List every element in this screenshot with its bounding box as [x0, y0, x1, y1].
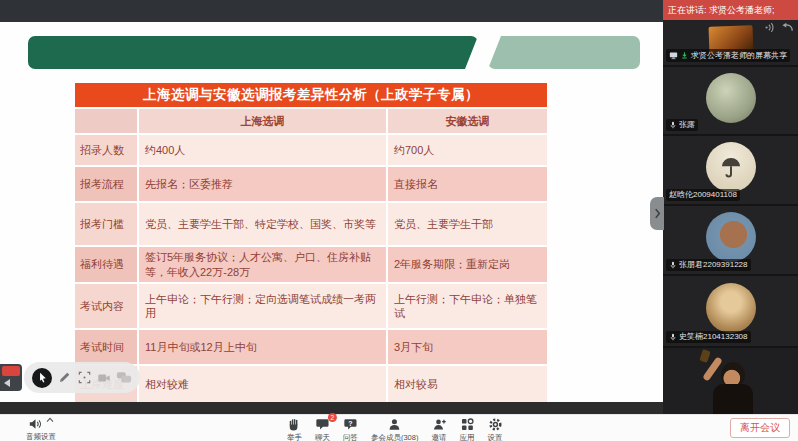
- row-label: 报考门槛: [75, 203, 137, 245]
- umbrella-icon: [718, 154, 744, 180]
- apps-icon: [459, 417, 474, 432]
- screen-share-view: 上海选调与安徽选调报考差异性分析（上政学子专属） 上海选调 安徽选调 招录人数 …: [0, 0, 663, 414]
- slide-decorative-banner: [28, 36, 642, 69]
- caret-up-icon[interactable]: [46, 417, 54, 423]
- qa-icon: ?: [343, 417, 358, 432]
- annotation-collapse-button[interactable]: [0, 364, 22, 391]
- chat-button[interactable]: 2 聊天: [315, 417, 330, 441]
- qa-button[interactable]: ? 问答: [343, 417, 358, 441]
- tile-label: 赵晗伦2009401108: [666, 189, 740, 201]
- pencil-icon[interactable]: [57, 370, 72, 385]
- meeting-app-window: 上海选调与安徽选调报考差异性分析（上政学子专属） 上海选调 安徽选调 招录人数 …: [0, 0, 798, 441]
- row-label: 报考流程: [75, 167, 137, 201]
- tile-label: 史笑楠2104132308: [666, 331, 751, 343]
- share-down-arrow-icon: [680, 51, 689, 60]
- volume-wave-icon: [764, 22, 777, 33]
- avatar: [706, 142, 756, 192]
- table-cell: 2年服务期限；重新定岗: [388, 247, 547, 282]
- table-cell: 11月中旬或12月上中旬: [139, 330, 386, 364]
- cursor-icon: [36, 371, 49, 384]
- column-header-anhui: 安徽选调: [388, 109, 547, 133]
- tile-screen-share[interactable]: 求贤公考潘老师的屏幕共享: [663, 20, 798, 65]
- cursor-tool-button[interactable]: [32, 368, 52, 388]
- chevron-right-icon: [654, 208, 661, 219]
- mic-icon: [669, 261, 677, 269]
- mic-icon: [669, 121, 677, 129]
- sidebar-collapse-handle[interactable]: [650, 197, 664, 230]
- participants-sidebar: 正在讲话: 求贤公考潘老师;: [663, 0, 798, 414]
- shared-screen-top-strip: [0, 0, 663, 22]
- popout-arrow-icon[interactable]: [781, 22, 794, 33]
- invite-icon: [431, 417, 446, 432]
- comparison-table: 上海选调 安徽选调 招录人数 约400人 约700人 报考流程 先报名；区委推荐…: [75, 109, 547, 402]
- table-cell: 约400人: [139, 135, 386, 165]
- invite-button[interactable]: 邀请: [431, 417, 446, 441]
- table-cell: 直接报名: [388, 167, 547, 201]
- table-corner-cell: [75, 109, 137, 133]
- tile-participant[interactable]: 史笑楠2104132308: [663, 276, 798, 346]
- shared-slide: 上海选调与安徽选调报考差异性分析（上政学子专属） 上海选调 安徽选调 招录人数 …: [0, 22, 663, 402]
- tile-label-screen-share: 求贤公考潘老师的屏幕共享: [666, 49, 790, 62]
- row-label: 考试内容: [75, 284, 137, 328]
- avatar: [706, 73, 756, 123]
- row-label: 考试时间: [75, 330, 137, 364]
- audio-settings-label: 音频设置: [26, 432, 56, 441]
- chevron-left-icon: [4, 379, 10, 387]
- monitor-share-icon: [669, 51, 678, 60]
- held-object: [699, 349, 710, 363]
- settings-button[interactable]: 设置: [487, 417, 502, 441]
- participant-body: [713, 384, 753, 414]
- svg-text:?: ?: [348, 420, 352, 427]
- camera-icon[interactable]: [97, 371, 111, 385]
- column-header-shanghai: 上海选调: [139, 109, 386, 133]
- table-cell: 相对较难: [139, 366, 386, 402]
- avatar: [706, 212, 756, 262]
- annotation-tools-pill: [24, 362, 140, 393]
- chat-unread-badge: 2: [328, 413, 337, 422]
- table-cell: 相对较易: [388, 366, 547, 402]
- audio-speaker-icon: [28, 417, 43, 431]
- table-cell: 党员、主要学生干部、特定学校、国奖、市奖等: [139, 203, 386, 245]
- members-button[interactable]: 参会成员(308): [371, 417, 419, 441]
- raise-hand-icon: [287, 417, 302, 432]
- banner-dark-green-shape: [28, 36, 478, 69]
- avatar: [706, 283, 756, 333]
- apps-button[interactable]: 应用: [459, 417, 474, 441]
- slide-title: 上海选调与安徽选调报考差异性分析（上政学子专属）: [75, 83, 547, 107]
- table-cell: 上午行测；下午申论；单独笔试: [388, 284, 547, 328]
- toolbar-center-group: 举手 2 聊天 ? 问答 参会: [287, 417, 503, 441]
- leave-meeting-button[interactable]: 离开会议: [730, 418, 790, 438]
- tile-participant-video[interactable]: [663, 348, 798, 414]
- tile-label: 张朋君2209391228: [666, 259, 751, 271]
- table-cell: 先报名；区委推荐: [139, 167, 386, 201]
- meeting-toolbar: 音频设置 举手 2: [0, 414, 798, 441]
- audio-settings-button[interactable]: 音频设置: [26, 417, 56, 441]
- tile-label: 张露: [666, 119, 698, 131]
- table-cell: 党员、主要学生干部: [388, 203, 547, 245]
- table-cell: 上午申论；下午行测；定向选调笔试成绩一考两用: [139, 284, 386, 328]
- speaking-status-banner: 正在讲话: 求贤公考潘老师;: [663, 0, 798, 20]
- crop-icon[interactable]: [77, 370, 92, 385]
- table-cell: 签订5年服务协议；人才公寓、户口、住房补贴等，年收入22万-28万: [139, 247, 386, 282]
- settings-icon: [487, 417, 502, 432]
- tile-participant[interactable]: 张朋君2209391228: [663, 206, 798, 274]
- row-label: 招录人数: [75, 135, 137, 165]
- table-cell: 3月下旬: [388, 330, 547, 364]
- banner-light-green-shape: [488, 36, 640, 69]
- tile-participant[interactable]: 张露: [663, 67, 798, 134]
- mic-icon: [669, 333, 677, 341]
- table-cell: 约700人: [388, 135, 547, 165]
- row-label: 福利待遇: [75, 247, 137, 282]
- record-indicator: [2, 366, 20, 376]
- chat-bubbles-icon[interactable]: [116, 370, 132, 385]
- raise-hand-button[interactable]: 举手: [287, 417, 302, 441]
- members-icon: [387, 417, 402, 432]
- tile-participant[interactable]: 赵晗伦2009401108: [663, 136, 798, 204]
